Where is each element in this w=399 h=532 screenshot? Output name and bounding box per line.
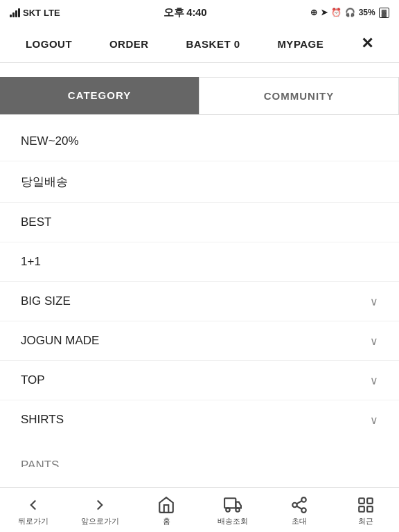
menu-item-pants-partial: PANTS — [0, 446, 399, 467]
menu-item-oneplus[interactable]: 1+1 — [0, 242, 399, 282]
carrier-label: SKT — [23, 8, 41, 18]
basket-count: 0 — [234, 38, 240, 50]
battery-icon: ▓ — [379, 8, 389, 18]
menu-label-pants: PANTS — [21, 459, 59, 467]
tab-community[interactable]: COMMUNITY — [199, 77, 399, 114]
home-icon — [157, 496, 175, 514]
chevron-down-icon: ∨ — [370, 374, 378, 387]
order-button[interactable]: ORDER — [109, 38, 149, 50]
svg-rect-11 — [367, 506, 373, 512]
menu-item-new[interactable]: NEW~20% — [0, 122, 399, 161]
share-button[interactable]: 초대 — [278, 496, 320, 526]
basket-button[interactable]: BASKET 0 — [186, 38, 240, 50]
chevron-down-icon: ∨ — [370, 335, 378, 348]
menu-list: NEW~20% 당일배송 BEST 1+1 BIG SIZE ∨ JOGUN M… — [0, 115, 399, 446]
back-button[interactable]: 뒤로가기 — [12, 496, 54, 526]
close-button[interactable]: ✕ — [361, 35, 373, 53]
status-left: SKT LTE — [10, 8, 60, 18]
menu-label-bigsize: BIG SIZE — [21, 294, 71, 308]
menu-label-top: TOP — [21, 373, 45, 387]
svg-point-5 — [301, 508, 306, 513]
battery-label: 35% — [359, 8, 375, 17]
forward-button[interactable]: 앞으로가기 — [79, 496, 121, 526]
tab-bar: CATEGORY COMMUNITY — [0, 77, 399, 115]
svg-rect-9 — [367, 498, 373, 504]
svg-line-7 — [296, 501, 301, 504]
delivery-button[interactable]: 배송조회 — [212, 496, 254, 526]
top-nav: LOGOUT ORDER BASKET 0 MYPAGE ✕ — [0, 25, 399, 63]
signal-icon — [10, 8, 20, 17]
share-label: 초대 — [292, 516, 307, 526]
status-time: 오후 4:40 — [163, 6, 206, 19]
svg-rect-8 — [359, 498, 364, 504]
menu-label-best: BEST — [21, 215, 51, 229]
forward-label: 앞으로가기 — [81, 516, 119, 526]
tab-category[interactable]: CATEGORY — [0, 77, 199, 114]
network-type: LTE — [44, 8, 60, 18]
menu-label-oneplus: 1+1 — [21, 255, 41, 269]
mypage-button[interactable]: MYPAGE — [277, 38, 323, 50]
status-bar: SKT LTE 오후 4:40 ⊕ ➤ ⏰ 🎧 35% ▓ — [0, 0, 399, 25]
svg-point-2 — [236, 508, 239, 511]
home-label: 홈 — [163, 516, 170, 526]
svg-point-4 — [292, 503, 297, 508]
back-icon — [24, 496, 42, 514]
share-icon — [290, 496, 308, 514]
svg-point-1 — [226, 508, 229, 511]
forward-icon — [91, 496, 109, 514]
back-label: 뒤로가기 — [18, 516, 48, 526]
location-icon: ⊕ — [310, 8, 317, 17]
svg-rect-0 — [224, 498, 236, 508]
alarm-icon: ⏰ — [331, 8, 342, 17]
recent-button[interactable]: 최근 — [345, 496, 387, 526]
menu-label-jogun: JOGUN MADE — [21, 334, 99, 348]
home-button[interactable]: 홈 — [145, 496, 187, 526]
nav-icon: ➤ — [321, 8, 328, 17]
menu-label-shirts: SHIRTS — [21, 413, 64, 427]
menu-item-top[interactable]: TOP ∨ — [0, 361, 399, 400]
svg-point-3 — [301, 497, 306, 502]
menu-label-new: NEW~20% — [21, 134, 79, 148]
status-right: ⊕ ➤ ⏰ 🎧 35% ▓ — [310, 8, 389, 18]
menu-item-shirts[interactable]: SHIRTS ∨ — [0, 400, 399, 439]
recent-label: 최근 — [358, 516, 373, 526]
svg-line-6 — [296, 506, 301, 509]
menu-item-sameday[interactable]: 당일배송 — [0, 161, 399, 203]
menu-label-sameday: 당일배송 — [21, 174, 68, 190]
chevron-down-icon: ∨ — [370, 295, 378, 308]
bottom-nav: 뒤로가기 앞으로가기 홈 배송조회 초대 — [0, 487, 399, 532]
headphone-icon: 🎧 — [345, 8, 355, 17]
delivery-icon — [224, 496, 242, 514]
menu-item-best[interactable]: BEST — [0, 203, 399, 242]
chevron-down-icon: ∨ — [370, 414, 378, 427]
logout-button[interactable]: LOGOUT — [26, 38, 72, 50]
delivery-label: 배송조회 — [218, 516, 248, 526]
menu-item-jogun[interactable]: JOGUN MADE ∨ — [0, 321, 399, 361]
menu-item-bigsize[interactable]: BIG SIZE ∨ — [0, 282, 399, 321]
svg-rect-10 — [359, 506, 364, 512]
recent-icon — [357, 496, 375, 514]
